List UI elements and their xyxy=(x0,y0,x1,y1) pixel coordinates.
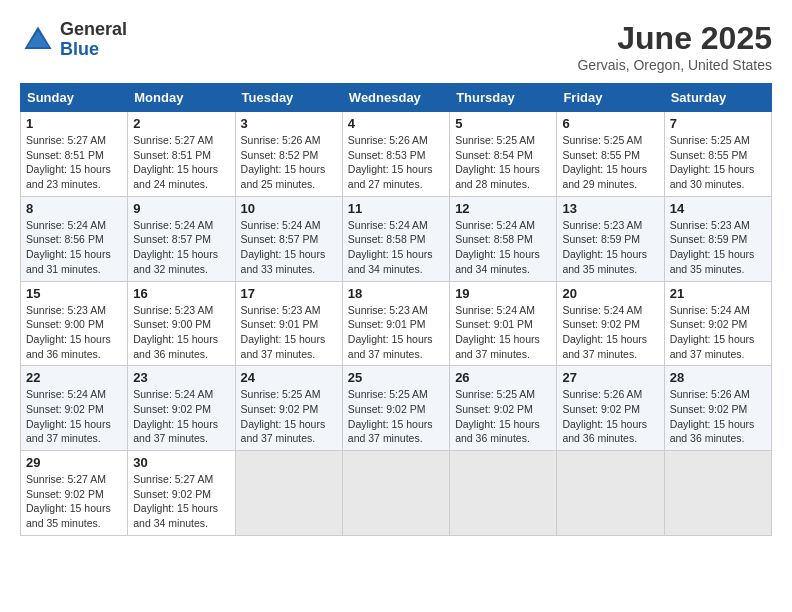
day-number: 29 xyxy=(26,455,122,470)
day-info: Sunrise: 5:23 AMSunset: 8:59 PMDaylight:… xyxy=(670,218,766,277)
calendar-day-header: Monday xyxy=(128,84,235,112)
day-info: Sunrise: 5:23 AMSunset: 9:00 PMDaylight:… xyxy=(26,303,122,362)
calendar-cell: 30Sunrise: 5:27 AMSunset: 9:02 PMDayligh… xyxy=(128,451,235,536)
day-info: Sunrise: 5:27 AMSunset: 9:02 PMDaylight:… xyxy=(26,472,122,531)
day-number: 3 xyxy=(241,116,337,131)
day-info: Sunrise: 5:24 AMSunset: 9:01 PMDaylight:… xyxy=(455,303,551,362)
calendar-cell: 19Sunrise: 5:24 AMSunset: 9:01 PMDayligh… xyxy=(450,281,557,366)
calendar-cell: 2Sunrise: 5:27 AMSunset: 8:51 PMDaylight… xyxy=(128,112,235,197)
day-number: 12 xyxy=(455,201,551,216)
day-number: 8 xyxy=(26,201,122,216)
day-info: Sunrise: 5:24 AMSunset: 8:57 PMDaylight:… xyxy=(133,218,229,277)
calendar-header-row: SundayMondayTuesdayWednesdayThursdayFrid… xyxy=(21,84,772,112)
day-info: Sunrise: 5:25 AMSunset: 8:55 PMDaylight:… xyxy=(562,133,658,192)
calendar-cell: 22Sunrise: 5:24 AMSunset: 9:02 PMDayligh… xyxy=(21,366,128,451)
day-info: Sunrise: 5:23 AMSunset: 9:01 PMDaylight:… xyxy=(348,303,444,362)
day-number: 1 xyxy=(26,116,122,131)
day-info: Sunrise: 5:24 AMSunset: 8:58 PMDaylight:… xyxy=(348,218,444,277)
day-info: Sunrise: 5:26 AMSunset: 8:53 PMDaylight:… xyxy=(348,133,444,192)
day-info: Sunrise: 5:23 AMSunset: 8:59 PMDaylight:… xyxy=(562,218,658,277)
day-number: 22 xyxy=(26,370,122,385)
day-number: 14 xyxy=(670,201,766,216)
calendar-cell: 10Sunrise: 5:24 AMSunset: 8:57 PMDayligh… xyxy=(235,196,342,281)
day-info: Sunrise: 5:24 AMSunset: 9:02 PMDaylight:… xyxy=(670,303,766,362)
day-info: Sunrise: 5:24 AMSunset: 8:57 PMDaylight:… xyxy=(241,218,337,277)
title-block: June 2025 Gervais, Oregon, United States xyxy=(577,20,772,73)
calendar-cell xyxy=(235,451,342,536)
day-info: Sunrise: 5:27 AMSunset: 9:02 PMDaylight:… xyxy=(133,472,229,531)
calendar-cell xyxy=(557,451,664,536)
calendar-day-header: Saturday xyxy=(664,84,771,112)
day-info: Sunrise: 5:27 AMSunset: 8:51 PMDaylight:… xyxy=(133,133,229,192)
calendar-day-header: Thursday xyxy=(450,84,557,112)
calendar-cell: 11Sunrise: 5:24 AMSunset: 8:58 PMDayligh… xyxy=(342,196,449,281)
day-info: Sunrise: 5:25 AMSunset: 9:02 PMDaylight:… xyxy=(348,387,444,446)
day-number: 23 xyxy=(133,370,229,385)
calendar-cell: 6Sunrise: 5:25 AMSunset: 8:55 PMDaylight… xyxy=(557,112,664,197)
day-number: 27 xyxy=(562,370,658,385)
day-info: Sunrise: 5:26 AMSunset: 9:02 PMDaylight:… xyxy=(562,387,658,446)
calendar-week-row: 15Sunrise: 5:23 AMSunset: 9:00 PMDayligh… xyxy=(21,281,772,366)
day-number: 10 xyxy=(241,201,337,216)
day-number: 25 xyxy=(348,370,444,385)
calendar-cell xyxy=(664,451,771,536)
calendar-body: 1Sunrise: 5:27 AMSunset: 8:51 PMDaylight… xyxy=(21,112,772,536)
day-info: Sunrise: 5:25 AMSunset: 9:02 PMDaylight:… xyxy=(241,387,337,446)
day-info: Sunrise: 5:25 AMSunset: 8:54 PMDaylight:… xyxy=(455,133,551,192)
calendar-cell: 15Sunrise: 5:23 AMSunset: 9:00 PMDayligh… xyxy=(21,281,128,366)
day-number: 24 xyxy=(241,370,337,385)
day-number: 5 xyxy=(455,116,551,131)
calendar-cell: 3Sunrise: 5:26 AMSunset: 8:52 PMDaylight… xyxy=(235,112,342,197)
location-title: Gervais, Oregon, United States xyxy=(577,57,772,73)
day-number: 21 xyxy=(670,286,766,301)
day-info: Sunrise: 5:24 AMSunset: 8:56 PMDaylight:… xyxy=(26,218,122,277)
day-number: 4 xyxy=(348,116,444,131)
day-number: 7 xyxy=(670,116,766,131)
day-info: Sunrise: 5:24 AMSunset: 9:02 PMDaylight:… xyxy=(562,303,658,362)
day-number: 28 xyxy=(670,370,766,385)
day-number: 26 xyxy=(455,370,551,385)
calendar-cell: 18Sunrise: 5:23 AMSunset: 9:01 PMDayligh… xyxy=(342,281,449,366)
calendar-week-row: 8Sunrise: 5:24 AMSunset: 8:56 PMDaylight… xyxy=(21,196,772,281)
day-number: 15 xyxy=(26,286,122,301)
calendar-day-header: Friday xyxy=(557,84,664,112)
day-info: Sunrise: 5:26 AMSunset: 8:52 PMDaylight:… xyxy=(241,133,337,192)
calendar-week-row: 1Sunrise: 5:27 AMSunset: 8:51 PMDaylight… xyxy=(21,112,772,197)
day-info: Sunrise: 5:24 AMSunset: 9:02 PMDaylight:… xyxy=(26,387,122,446)
calendar-day-header: Tuesday xyxy=(235,84,342,112)
day-info: Sunrise: 5:25 AMSunset: 8:55 PMDaylight:… xyxy=(670,133,766,192)
calendar-week-row: 29Sunrise: 5:27 AMSunset: 9:02 PMDayligh… xyxy=(21,451,772,536)
day-info: Sunrise: 5:23 AMSunset: 9:00 PMDaylight:… xyxy=(133,303,229,362)
calendar-day-header: Sunday xyxy=(21,84,128,112)
day-info: Sunrise: 5:24 AMSunset: 8:58 PMDaylight:… xyxy=(455,218,551,277)
calendar-day-header: Wednesday xyxy=(342,84,449,112)
calendar-cell: 27Sunrise: 5:26 AMSunset: 9:02 PMDayligh… xyxy=(557,366,664,451)
calendar-cell: 7Sunrise: 5:25 AMSunset: 8:55 PMDaylight… xyxy=(664,112,771,197)
day-number: 20 xyxy=(562,286,658,301)
calendar-cell: 8Sunrise: 5:24 AMSunset: 8:56 PMDaylight… xyxy=(21,196,128,281)
calendar-cell: 4Sunrise: 5:26 AMSunset: 8:53 PMDaylight… xyxy=(342,112,449,197)
calendar-cell: 12Sunrise: 5:24 AMSunset: 8:58 PMDayligh… xyxy=(450,196,557,281)
day-info: Sunrise: 5:26 AMSunset: 9:02 PMDaylight:… xyxy=(670,387,766,446)
day-number: 2 xyxy=(133,116,229,131)
calendar-cell: 5Sunrise: 5:25 AMSunset: 8:54 PMDaylight… xyxy=(450,112,557,197)
day-number: 6 xyxy=(562,116,658,131)
calendar-table: SundayMondayTuesdayWednesdayThursdayFrid… xyxy=(20,83,772,536)
calendar-cell: 23Sunrise: 5:24 AMSunset: 9:02 PMDayligh… xyxy=(128,366,235,451)
day-number: 19 xyxy=(455,286,551,301)
calendar-cell: 26Sunrise: 5:25 AMSunset: 9:02 PMDayligh… xyxy=(450,366,557,451)
logo-icon xyxy=(20,22,56,58)
calendar-cell xyxy=(450,451,557,536)
logo-text: General Blue xyxy=(60,20,127,60)
calendar-cell: 29Sunrise: 5:27 AMSunset: 9:02 PMDayligh… xyxy=(21,451,128,536)
day-number: 17 xyxy=(241,286,337,301)
calendar-cell xyxy=(342,451,449,536)
day-info: Sunrise: 5:24 AMSunset: 9:02 PMDaylight:… xyxy=(133,387,229,446)
day-info: Sunrise: 5:25 AMSunset: 9:02 PMDaylight:… xyxy=(455,387,551,446)
calendar-cell: 13Sunrise: 5:23 AMSunset: 8:59 PMDayligh… xyxy=(557,196,664,281)
calendar-cell: 24Sunrise: 5:25 AMSunset: 9:02 PMDayligh… xyxy=(235,366,342,451)
day-info: Sunrise: 5:27 AMSunset: 8:51 PMDaylight:… xyxy=(26,133,122,192)
calendar-cell: 17Sunrise: 5:23 AMSunset: 9:01 PMDayligh… xyxy=(235,281,342,366)
logo-blue: Blue xyxy=(60,40,127,60)
day-number: 9 xyxy=(133,201,229,216)
